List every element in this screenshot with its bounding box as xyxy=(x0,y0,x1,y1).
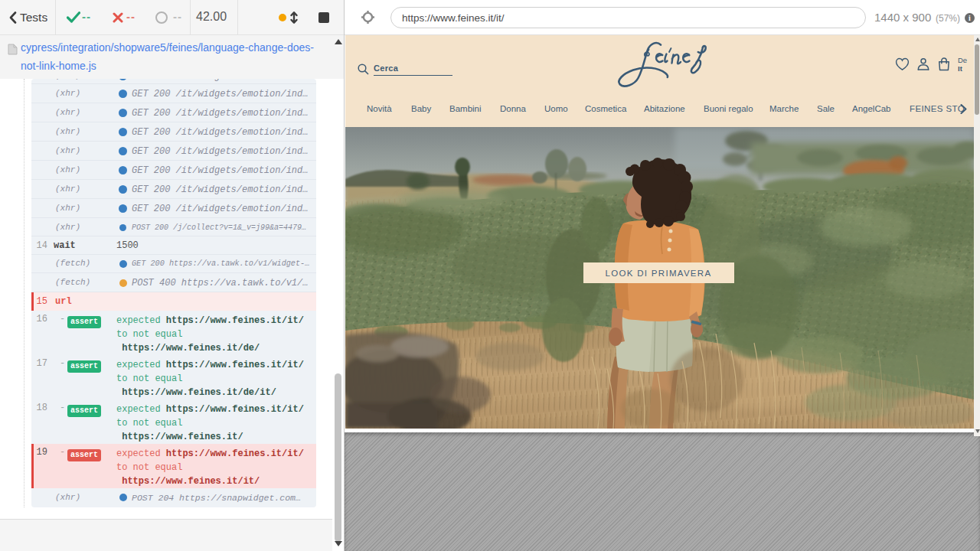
svg-text:LOOK DI PRIMAVERA: LOOK DI PRIMAVERA xyxy=(606,269,712,278)
